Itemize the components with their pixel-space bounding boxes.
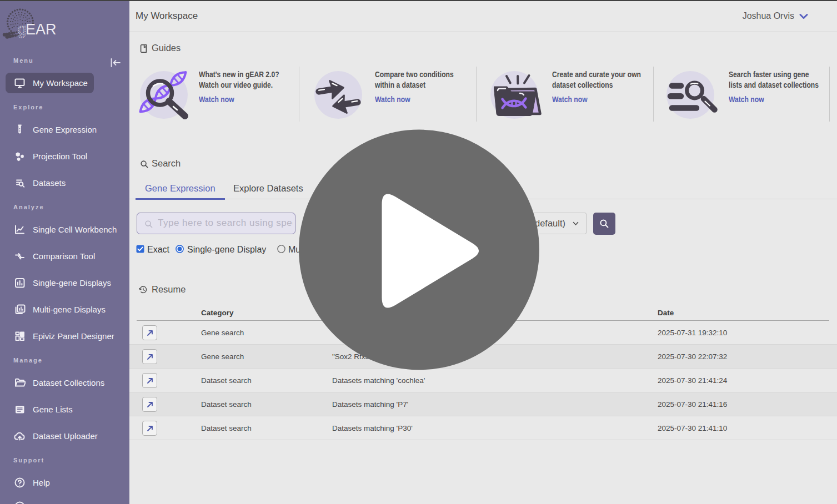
svg-text:EAR: EAR [26,21,57,38]
svg-text:g: g [18,21,26,38]
